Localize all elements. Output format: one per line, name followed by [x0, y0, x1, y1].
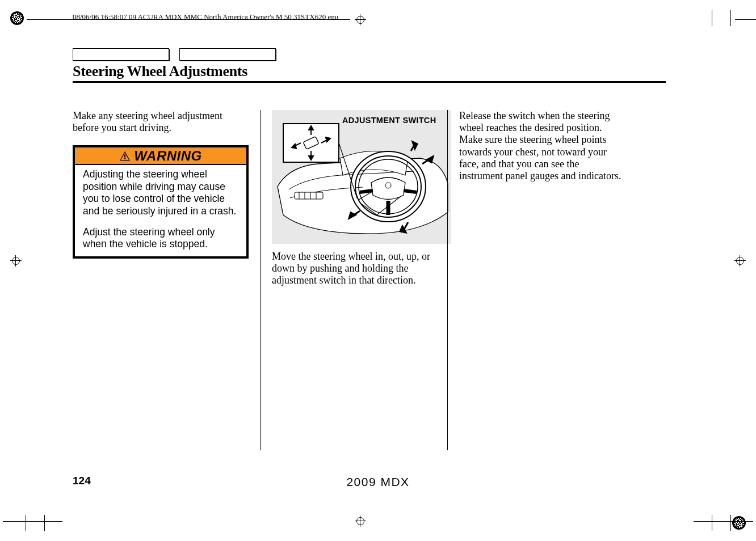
column-3: Release the switch when the steering whe…	[447, 110, 635, 450]
warning-label: WARNING	[134, 148, 202, 164]
warning-body: Adjusting the steering wheel position wh…	[75, 165, 246, 256]
svg-rect-0	[124, 155, 125, 158]
registration-cross-bottom-icon	[355, 515, 366, 527]
diagram-label: ADJUSTMENT SWITCH	[342, 116, 436, 125]
registration-mark-tl-icon	[10, 11, 24, 25]
warning-p1: Adjusting the steering wheel position wh…	[83, 168, 238, 217]
warning-p2: Adjust the steering wheel only when the …	[83, 226, 238, 251]
trim-tick	[712, 10, 712, 26]
trim-line	[3, 521, 62, 522]
registration-cross-top-icon	[355, 14, 366, 26]
header-meta-text: 08/06/06 16:58:07 09 ACURA MDX MMC North…	[73, 12, 338, 22]
heading-placeholder-boxes	[73, 48, 665, 61]
trim-line	[735, 19, 756, 20]
col2-text: Move the steering wheel in, out, up, or …	[272, 251, 436, 287]
page-heading: Steering Wheel Adjustments	[73, 63, 665, 80]
footer-model-year: 2009 MDX	[0, 475, 756, 489]
trim-tick	[730, 10, 731, 26]
trim-tick	[44, 515, 45, 531]
trim-tick	[712, 515, 712, 531]
warning-box: WARNING Adjusting the steering wheel pos…	[73, 145, 249, 258]
warning-header: WARNING	[75, 147, 246, 165]
column-2: ADJUSTMENT SWITCH	[260, 110, 447, 450]
warning-triangle-icon	[119, 151, 131, 161]
trim-line	[694, 521, 753, 522]
columns: Make any steering wheel adjustment befor…	[73, 110, 665, 450]
steering-wheel-illustration-icon	[272, 110, 451, 244]
heading-box	[179, 48, 276, 61]
svg-rect-1	[124, 158, 125, 159]
trim-tick	[730, 515, 731, 531]
steering-wheel-diagram: ADJUSTMENT SWITCH	[272, 110, 451, 244]
heading-box	[73, 48, 169, 61]
trim-tick	[26, 515, 26, 531]
col1-intro: Make any steering wheel adjustment befor…	[73, 110, 249, 134]
col3-text: Release the switch when the steering whe…	[459, 110, 623, 182]
heading-rule	[73, 81, 666, 83]
registration-cross-left-icon	[10, 255, 22, 267]
registration-cross-right-icon	[734, 255, 746, 267]
registration-mark-br-icon	[732, 516, 746, 530]
column-1: Make any steering wheel adjustment befor…	[73, 110, 260, 450]
page-content: Steering Wheel Adjustments Make any stee…	[73, 48, 665, 490]
